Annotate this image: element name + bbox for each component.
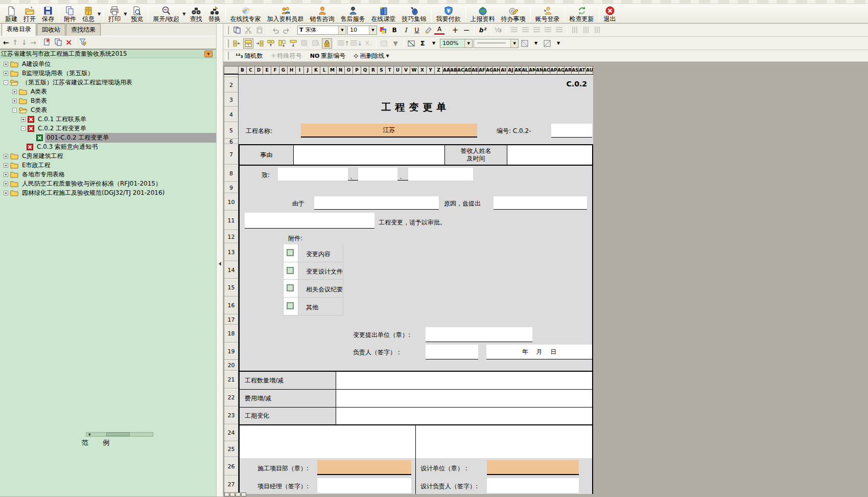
insert-row-icon[interactable] [277, 38, 287, 49]
decrease-size-button[interactable]: − [461, 25, 472, 35]
pm-sign-field[interactable] [317, 478, 411, 493]
column-header[interactable]: AH [493, 66, 500, 74]
row-header[interactable]: 11 [224, 211, 238, 230]
column-header[interactable]: G [279, 66, 288, 74]
expand-collapse-button[interactable]: 展开/收起 [150, 5, 182, 23]
column-header[interactable]: AK [514, 66, 522, 74]
tree-item-a-construction-unit[interactable]: +A建设单位 [0, 59, 216, 69]
toolbar-grip[interactable] [226, 26, 229, 34]
design-lead-field[interactable] [487, 478, 579, 493]
column-header[interactable]: T [386, 66, 394, 74]
strikethrough-line-button[interactable]: ⊹ 画删除线 ▼ [350, 52, 393, 60]
pattern-fill-icon[interactable] [299, 38, 310, 49]
fraction-button[interactable]: ⅟a [493, 25, 503, 35]
checkbox-other[interactable] [287, 302, 294, 309]
align-justify-icon[interactable] [509, 25, 519, 35]
report-data-button[interactable]: 上报资料 [467, 5, 498, 23]
reason-input-cell[interactable] [294, 145, 445, 165]
paste-icon[interactable] [254, 25, 265, 35]
to-field-2[interactable] [358, 168, 397, 180]
line-style-dropdown-icon[interactable]: ▼ [510, 39, 518, 48]
font-family-combo[interactable]: T 宋体 ▼ [297, 26, 346, 35]
random-number-button[interactable]: ¹²₃ 随机数 [232, 52, 266, 60]
open-button[interactable]: 打开 [20, 5, 39, 23]
sheet-tab-nav-buttons[interactable] [224, 492, 246, 496]
project-name-field[interactable]: 江苏 [301, 124, 477, 138]
expander-icon[interactable]: + [4, 182, 8, 186]
because-field[interactable] [314, 196, 439, 210]
tree-root-bar[interactable]: 江苏省建筑与市政工程施工质量验收系统2015 ▼ [0, 50, 216, 58]
align-distribute-icon[interactable] [554, 25, 564, 35]
tree-item-c03[interactable]: C.0.3 索赔意向通知书 [0, 142, 216, 151]
align-left-icon[interactable] [520, 25, 530, 35]
cut-icon[interactable] [243, 25, 253, 35]
tab-search-results[interactable]: 查找结果 [66, 24, 101, 36]
column-header[interactable]: S [378, 66, 386, 74]
propose-field[interactable] [494, 196, 587, 210]
expander-icon[interactable]: - [12, 108, 17, 112]
expander-icon[interactable]: + [4, 62, 8, 66]
sheet-corner-cell[interactable] [224, 66, 239, 75]
align-center-icon[interactable] [531, 25, 542, 35]
row-header[interactable]: 25 [224, 441, 238, 457]
column-header[interactable]: AU [586, 66, 593, 74]
save-button[interactable]: 保存 [39, 5, 57, 23]
column-header[interactable]: AC [457, 66, 464, 74]
forward-arrow-icon[interactable]: → [30, 39, 36, 46]
column-header[interactable]: N [337, 66, 345, 74]
expand-collapse-dropdown-icon[interactable]: ▼ [182, 12, 185, 16]
row-header[interactable]: 16 [224, 297, 238, 314]
tree-item-landscaping[interactable]: +园林绿化工程施工及验收规范(DGJ32/TJ 201-2016) [0, 188, 216, 197]
column-header[interactable]: U [394, 66, 402, 74]
row-header[interactable]: 13 [224, 243, 238, 261]
font-color-button[interactable]: A [434, 26, 444, 35]
tree-item-c-housing[interactable]: +C房屋建筑工程 [0, 151, 216, 161]
column-header[interactable]: AF [479, 66, 486, 74]
zoom-combo[interactable]: 100% ▼ [440, 39, 473, 48]
column-header[interactable]: AL [522, 66, 529, 74]
border-diagonal-down-dropdown-icon[interactable]: ▼ [531, 38, 541, 49]
delete-icon[interactable]: × [65, 39, 72, 46]
bold-button[interactable]: B [389, 25, 400, 35]
row-header[interactable]: 20 [224, 360, 238, 371]
lock-cell-icon[interactable] [322, 38, 332, 49]
row-header[interactable]: 14 [224, 261, 238, 279]
column-header[interactable]: P [353, 66, 361, 74]
row-header[interactable]: 17 [224, 314, 238, 325]
column-header[interactable]: AR [565, 66, 572, 74]
expander-icon[interactable]: + [4, 191, 8, 195]
column-header[interactable]: C [247, 66, 255, 74]
column-header[interactable]: L [320, 66, 329, 74]
root-dropdown-button[interactable]: ▼ [204, 51, 213, 57]
expander-icon[interactable]: + [4, 172, 8, 177]
row-header[interactable]: 5 [224, 122, 238, 139]
column-header[interactable]: AB [450, 66, 457, 74]
attachment-button[interactable]: 附件 [61, 5, 79, 23]
column-header[interactable]: V [402, 66, 410, 74]
tree-item-001-c02-selected[interactable]: 001-C.0.2 工程变更单 [0, 133, 216, 142]
column-header[interactable]: K [312, 66, 320, 74]
row-header[interactable]: 7 [224, 144, 238, 165]
column-header[interactable]: O [345, 66, 353, 74]
tree-item-b-supervision-forms[interactable]: +B监理现场用表（第五版） [0, 69, 216, 78]
split-cell-icon[interactable] [266, 38, 276, 49]
tree-item-a-class[interactable]: +A类表 [0, 87, 216, 96]
column-header[interactable]: AM [529, 66, 536, 74]
zoom-dropdown-icon[interactable]: ▼ [464, 39, 472, 48]
redo-icon[interactable] [281, 25, 292, 35]
expander-icon[interactable]: + [12, 89, 17, 94]
line-spacing-increase-icon[interactable]: ↑ [338, 38, 349, 49]
column-header[interactable]: AS [572, 66, 579, 74]
column-header[interactable]: W [410, 66, 418, 74]
fill-pattern-dropdown-icon[interactable]: ▼ [390, 38, 401, 49]
builder-stamp-field[interactable] [317, 460, 411, 475]
insert-cell-right-icon[interactable] [254, 38, 265, 49]
font-family-dropdown-icon[interactable]: ▼ [338, 26, 346, 34]
column-header[interactable]: AA [443, 66, 450, 74]
principal-field[interactable] [426, 345, 478, 359]
tree-item-jiangsu-supervision-forms[interactable]: -（第五版）江苏省建设工程监理现场用表 [0, 78, 216, 87]
clear-format-icon[interactable] [363, 38, 373, 49]
highlight-icon[interactable] [423, 25, 433, 35]
sum-dropdown-icon[interactable]: ▼ [429, 38, 439, 49]
sales-consult-button[interactable]: 销售咨询 [307, 5, 338, 23]
